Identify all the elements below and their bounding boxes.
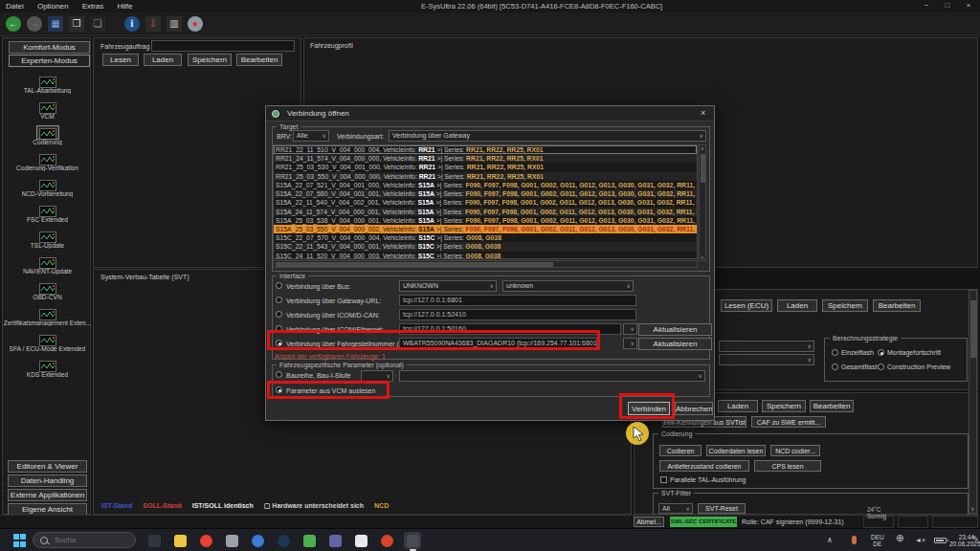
sidebar-item-fsc-extended[interactable]: FSC Extended <box>3 200 92 226</box>
target-row[interactable]: S15A_22_07_580_V_004_001_001, VehicleInf… <box>274 189 697 198</box>
taskbar-app-esys[interactable] <box>404 532 421 549</box>
target-row[interactable]: S15A_22_07_521_V_004_001_000, VehicleInf… <box>274 181 697 189</box>
taskbar-app-app-red[interactable] <box>378 532 395 549</box>
notification-icon[interactable]: ✎ <box>972 536 979 542</box>
auftrag-lesen-button[interactable]: Lesen <box>102 54 139 66</box>
sidebar-item-codierung[interactable]: Codierung <box>3 122 92 148</box>
search-input[interactable] <box>53 535 123 545</box>
taskbar-app-app-gray[interactable] <box>223 532 240 549</box>
baureihe-radio[interactable] <box>276 371 282 378</box>
toolbar-copy-icon[interactable]: ❐ <box>69 16 84 32</box>
svt-filter-combo[interactable]: All <box>658 503 693 514</box>
tal-speichern-button[interactable]: Speichern <box>762 400 806 412</box>
ecu-laden-button[interactable]: Laden <box>777 299 817 312</box>
sidebar-item-vcm[interactable]: VCM <box>3 97 92 122</box>
montagefortschritt-radio[interactable] <box>878 349 884 356</box>
taskbar-app-explorer[interactable] <box>171 532 189 549</box>
bus-radio[interactable] <box>276 282 282 289</box>
target-row[interactable]: RR21_24_11_574_V_004_000_000, VehicleInf… <box>274 154 697 163</box>
target-row[interactable]: S15C_24_11_520_V_004_000_003, VehicleInf… <box>274 252 697 259</box>
aktualisieren-button-1[interactable]: Aktualisieren <box>638 323 712 336</box>
target-hscrollbar[interactable] <box>273 260 698 268</box>
sidebar-item-tsl-update[interactable]: TSL-Update <box>3 226 92 252</box>
sidebar-item-zertifikatsmanagement-exten[interactable]: Zertifikatsmanagement Exten... <box>3 303 92 329</box>
bus-combo-1[interactable]: UNKNOWN <box>399 280 497 292</box>
icom-dcan-input[interactable]: tcp://127.0.0.1:52410 <box>399 309 636 320</box>
sidebar-item-tal-abarbeitung[interactable]: TAL-Abarbeitung <box>3 71 92 97</box>
gateway-url-input[interactable]: tcp://127.0.0.1:6801 <box>399 295 636 306</box>
ecu-bearbeiten-button[interactable]: Bearbeiten <box>873 299 921 312</box>
cps-lesen-button[interactable]: CPS lesen <box>754 460 821 472</box>
target-row[interactable]: S15A_25_03_538_V_004_000_001, VehicleInf… <box>274 216 697 225</box>
maximize-button[interactable]: □ <box>940 1 955 11</box>
abmelden-button[interactable]: Abmel... <box>634 517 664 527</box>
editoren-viewer-button[interactable]: Editoren & Viewer <box>8 460 87 473</box>
ecu-speichern-button[interactable]: Speichern <box>822 299 868 312</box>
tal-laden-button[interactable]: Laden <box>718 400 758 412</box>
taskbar-app-app-green[interactable] <box>301 532 318 549</box>
menu-hilfe[interactable]: Hilfe <box>112 0 139 12</box>
codieren-button[interactable]: Codieren <box>659 445 702 456</box>
sidebar-item-kds-extended[interactable]: KDS Extended <box>3 355 92 381</box>
vin-dropdown[interactable] <box>623 338 637 349</box>
taskbar-app-teams[interactable] <box>326 532 344 549</box>
target-row[interactable]: S15C_22_07_570_V_004_000_004, VehicleInf… <box>274 233 697 242</box>
parallele-tal-checkbox[interactable] <box>660 476 667 483</box>
menu-datei[interactable]: Datei <box>0 0 30 12</box>
toolbar-pin-icon[interactable]: ● <box>188 16 203 32</box>
vehicle-order-input[interactable] <box>151 40 295 52</box>
start-button[interactable] <box>13 534 27 547</box>
taskbar-app-app-white[interactable] <box>352 532 369 549</box>
minimize-button[interactable]: − <box>919 1 934 11</box>
volume-muted-icon[interactable]: ◄× <box>915 537 925 543</box>
dialog-titlebar[interactable]: Verbindung öffnen × <box>266 106 714 121</box>
tray-chevron-icon[interactable]: ∧ <box>827 537 833 543</box>
toolbar-import-icon[interactable]: ⇩ <box>145 16 161 32</box>
brv-combo[interactable]: Alle <box>293 130 329 142</box>
toolbar-info-icon[interactable]: ℹ <box>124 16 140 32</box>
lesen-ecu-button[interactable]: Lesen (ECU) <box>721 299 772 312</box>
target-vscrollbar[interactable]: ∧ ∨ <box>699 144 706 261</box>
taskbar-app-app-blue[interactable] <box>249 532 266 549</box>
toolbar-back-icon[interactable]: ← <box>6 16 21 32</box>
target-row[interactable]: S15A_24_11_574_V_004_000_001, VehicleInf… <box>274 208 697 216</box>
weather-widget[interactable]: 24°C Sonnig <box>867 506 886 519</box>
target-row[interactable]: S15C_22_11_543_V_004_000_001, VehicleInf… <box>274 242 697 251</box>
microphone-icon[interactable] <box>852 536 857 544</box>
sidebar-item-sfa-ecu-mode-extended[interactable]: SFA / ECU-Mode Extended <box>3 329 92 355</box>
target-row[interactable]: RR21_25_03_550_V_004_000_000, VehicleInf… <box>274 172 697 181</box>
icom-ethernet-dropdown[interactable] <box>623 323 637 335</box>
sidebar-item-obd-cvn[interactable]: OBD-CVN <box>3 277 92 303</box>
target-row[interactable]: RR21_25_03_530_V_004_001_000, VehicleInf… <box>274 163 697 171</box>
close-button[interactable]: × <box>961 1 976 11</box>
sidebar-item-nav-ent-update[interactable]: NAV/ENT-Update <box>3 252 92 277</box>
construction-preview-radio[interactable] <box>878 364 884 370</box>
auftrag-laden-button[interactable]: Laden <box>144 54 182 66</box>
right-combo-1[interactable] <box>719 341 814 352</box>
toolbar-forward-icon[interactable]: → <box>27 16 42 32</box>
target-row[interactable]: S15A_25_03_550_V_004_000_002, VehicleInf… <box>274 225 697 233</box>
toolbar-document-icon[interactable]: ❏ <box>90 16 105 32</box>
verbindungsart-combo[interactable]: Verbindung über Gateway <box>389 130 706 142</box>
aktualisieren-button-2[interactable]: Aktualisieren <box>638 338 712 350</box>
anlieferzustand-button[interactable]: Anlieferzustand codieren <box>659 460 749 472</box>
gateway-url-radio[interactable] <box>276 297 282 303</box>
taskbar-app-chrome[interactable] <box>197 532 214 549</box>
clock[interactable]: 23:44 20.06.2025 <box>949 534 974 547</box>
right-scrollbar[interactable]: ∨ <box>969 290 977 514</box>
taskbar-app-app-navy[interactable] <box>275 532 292 549</box>
target-row[interactable]: S15A_22_11_540_V_004_002_001, VehicleInf… <box>274 198 697 207</box>
taskbar-search[interactable] <box>33 532 136 548</box>
einzelflash-radio[interactable] <box>832 349 838 356</box>
komfort-modus-button[interactable]: Komfort-Modus <box>9 41 90 54</box>
auftrag-bearbeiten-button[interactable]: Bearbeiten <box>236 54 282 66</box>
codierdaten-lesen-button[interactable]: Codierdaten lesen <box>706 445 766 456</box>
language-indicator[interactable]: DEU DE <box>871 534 884 547</box>
svt-reset-button[interactable]: SVT-Reset <box>698 503 746 514</box>
tal-bearbeiten-button[interactable]: Bearbeiten <box>810 400 854 412</box>
dialog-close-icon[interactable]: × <box>701 108 705 118</box>
abbrechen-button[interactable]: Abbrechen <box>675 402 713 415</box>
menu-extras[interactable]: Extras <box>77 0 110 12</box>
caf-zu-swe-button[interactable]: CAF zu SWE ermitt... <box>751 416 826 428</box>
right-combo-2[interactable] <box>719 354 814 365</box>
